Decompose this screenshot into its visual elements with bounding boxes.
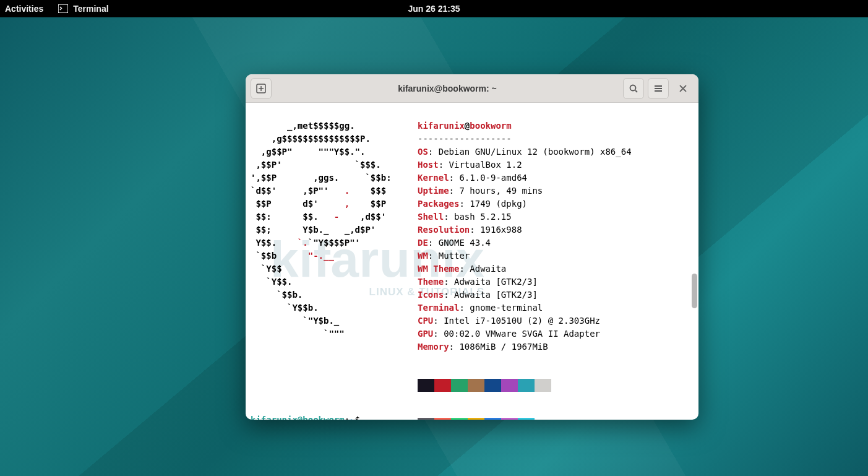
color-swatches (418, 353, 551, 420)
color-swatch (484, 379, 501, 392)
color-swatch (418, 418, 434, 420)
color-swatch (501, 418, 518, 420)
search-button[interactable] (623, 78, 644, 99)
color-swatch (501, 379, 518, 392)
color-swatch (434, 379, 451, 392)
color-swatch (434, 418, 451, 420)
activities-button[interactable]: Activities (5, 4, 43, 14)
menu-button[interactable] (648, 78, 669, 99)
active-app-name: Terminal (73, 4, 108, 14)
color-swatch (451, 379, 468, 392)
svg-point-2 (630, 85, 636, 90)
ascii-logo: _,met$$$$$gg. ,g$$$$$$$$$$$$$$$P. ,g$$P"… (251, 106, 392, 340)
color-swatch (535, 379, 551, 392)
close-icon (679, 84, 687, 93)
new-tab-button[interactable] (251, 78, 272, 99)
gnome-topbar: Activities Terminal Jun 26 21:35 (0, 0, 868, 17)
info-host: bookworm (470, 121, 511, 131)
info-separator: ------------------ (418, 134, 512, 144)
system-info: kifarunix@bookworm ------------------ OS… (418, 106, 632, 353)
info-user: kifarunix (418, 121, 465, 131)
scrollbar-thumb[interactable] (692, 274, 697, 308)
window-title: kifarunix@bookworm: ~ (275, 84, 619, 93)
color-swatch (468, 418, 484, 420)
close-button[interactable] (672, 78, 694, 99)
svg-rect-0 (58, 4, 68, 13)
clock[interactable]: Jun 26 21:35 (408, 4, 460, 14)
hamburger-icon (653, 84, 663, 93)
color-swatch (468, 379, 484, 392)
color-swatch (451, 418, 468, 420)
window-titlebar: kifarunix@bookworm: ~ (246, 74, 698, 103)
color-swatch (418, 379, 434, 392)
terminal-window: kifarunix@bookworm: ~ kifarunix LINUX & … (246, 74, 698, 420)
shell-prompt[interactable]: kifarunix@bookworm:~$ (251, 413, 365, 420)
color-swatch (484, 418, 501, 420)
color-swatch (518, 379, 535, 392)
color-swatch (518, 418, 535, 420)
desktop-background: Activities Terminal Jun 26 21:35 kifarun… (0, 0, 868, 476)
search-icon (629, 84, 638, 93)
color-swatch (535, 418, 551, 420)
plus-box-icon (256, 84, 266, 93)
terminal-content[interactable]: kifarunix LINUX & TUTORIALS _,met$$$$$gg… (246, 103, 698, 420)
terminal-icon (58, 4, 68, 13)
active-app-indicator[interactable]: Terminal (58, 4, 108, 14)
